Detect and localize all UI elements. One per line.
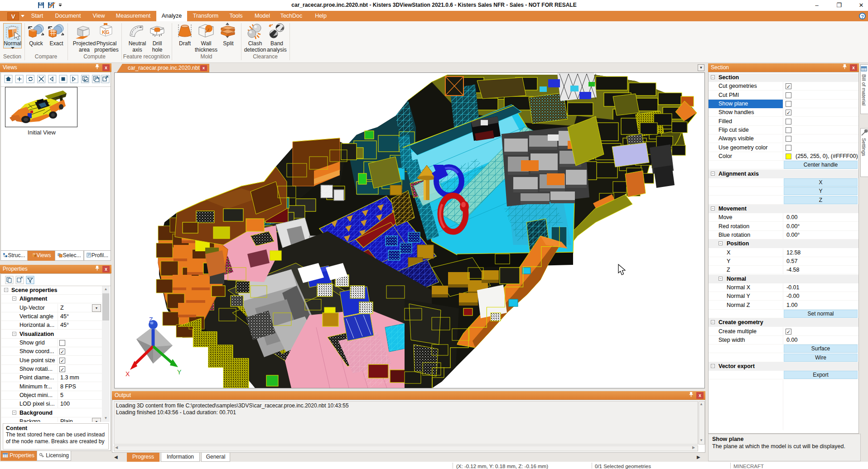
svg-text:Z: Z xyxy=(149,316,153,323)
svg-text:X: X xyxy=(125,370,130,378)
svg-text:KG: KG xyxy=(102,29,110,35)
svg-text:Y: Y xyxy=(177,368,182,376)
